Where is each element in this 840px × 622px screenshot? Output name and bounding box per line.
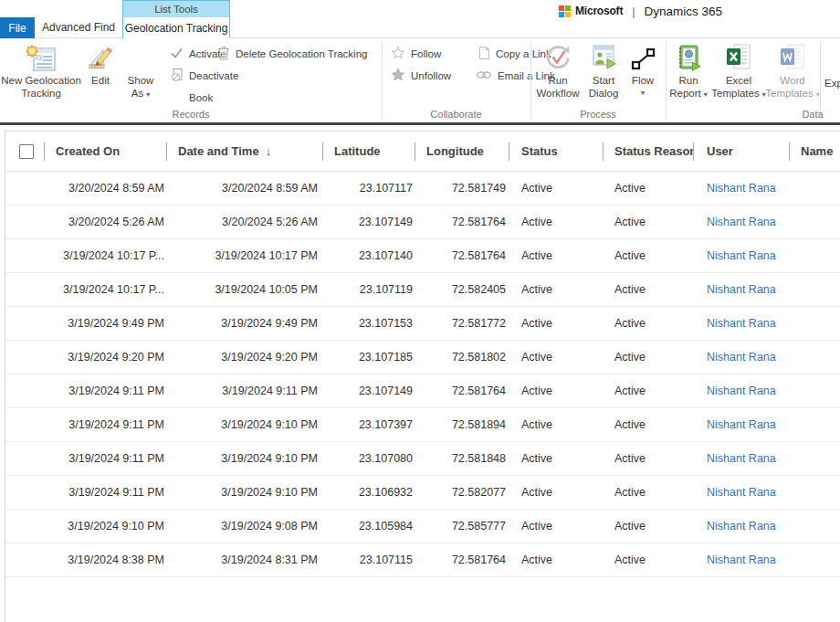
user-link[interactable]: Nishant Rana xyxy=(707,317,776,330)
table-row[interactable]: 3/19/2024 9:10 PM 3/19/2024 9:08 PM 23.1… xyxy=(5,510,840,543)
start-dialog-icon xyxy=(589,40,618,75)
flow-button[interactable]: Flow▾ xyxy=(625,40,661,97)
cell-user: Nishant Rana xyxy=(693,172,789,205)
export-button-truncated[interactable]: Exp xyxy=(824,78,840,89)
cell-created-on: 3/19/2024 9:11 PM xyxy=(44,374,166,407)
cell-latitude: 23.107140 xyxy=(322,239,415,272)
group-label-records: Records xyxy=(0,109,382,120)
cell-longitude: 72.581764 xyxy=(415,239,509,272)
select-all-checkbox[interactable] xyxy=(19,144,34,159)
word-templates-button[interactable]: Word Templates▾ xyxy=(766,40,819,100)
cell-status: Active xyxy=(509,510,603,543)
user-link[interactable]: Nishant Rana xyxy=(707,520,776,532)
cell-name xyxy=(789,172,840,205)
cell-date-and-time: 3/19/2024 9:08 PM xyxy=(166,510,322,543)
column-header-name[interactable]: Name xyxy=(789,132,840,171)
table-row[interactable]: 3/19/2024 9:11 PM 3/19/2024 9:11 PM 23.1… xyxy=(5,374,840,408)
table-row[interactable]: 3/20/2024 5:26 AM 3/20/2024 5:26 AM 23.1… xyxy=(5,206,840,239)
column-header-created-on[interactable]: Created On xyxy=(44,132,166,171)
brand-area: Microsoft | Dynamics 365 xyxy=(559,4,722,18)
table-row[interactable]: 3/19/2024 10:17 P... 3/19/2024 10:17 PM … xyxy=(5,239,840,273)
run-workflow-button[interactable]: Run Workflow xyxy=(532,40,583,100)
excel-templates-button[interactable]: Excel Templates▾ xyxy=(713,40,764,100)
tab-advanced-find[interactable]: Advanced Find xyxy=(35,17,122,37)
cell-longitude: 72.581772 xyxy=(415,307,509,340)
new-geolocation-tracking-button[interactable]: New Geolocation Tracking xyxy=(0,40,82,100)
edit-button[interactable]: Edit xyxy=(82,40,119,88)
cell-date-and-time: 3/20/2024 8:59 AM xyxy=(166,172,322,205)
user-link[interactable]: Nishant Rana xyxy=(707,283,776,296)
excel-templates-label: Excel Templates▾ xyxy=(711,75,765,100)
table-row[interactable]: 3/19/2024 8:38 PM 3/19/2024 8:31 PM 23.1… xyxy=(5,543,840,577)
cell-status: Active xyxy=(509,408,603,441)
cell-latitude: 23.107185 xyxy=(322,341,415,374)
cell-longitude: 72.581802 xyxy=(415,341,509,374)
grid-header-row: Created On Date and Time↓ Latitude Longi… xyxy=(5,132,840,172)
show-as-button[interactable]: Show As▾ xyxy=(119,40,163,100)
tab-file[interactable]: File xyxy=(0,17,35,38)
user-link[interactable]: Nishant Rana xyxy=(707,385,776,397)
cell-latitude: 23.106932 xyxy=(322,476,415,509)
user-link[interactable]: Nishant Rana xyxy=(707,182,776,195)
cell-status-reason: Active xyxy=(603,442,693,475)
table-row[interactable]: 3/19/2024 9:20 PM 3/19/2024 9:20 PM 23.1… xyxy=(5,341,840,374)
cell-longitude: 72.585777 xyxy=(415,510,509,543)
follow-button[interactable]: Follow xyxy=(391,46,441,62)
deactivate-button[interactable]: Deactivate xyxy=(170,68,238,84)
tab-geolocation-tracking[interactable]: Geolocation Tracking xyxy=(122,17,230,38)
cell-user: Nishant Rana xyxy=(693,442,789,475)
cell-longitude: 72.581848 xyxy=(415,442,509,475)
row-checkbox-cell xyxy=(5,307,44,340)
column-divider xyxy=(322,142,323,161)
column-header-date-and-time[interactable]: Date and Time↓ xyxy=(166,132,322,171)
start-dialog-button[interactable]: Start Dialog xyxy=(583,40,624,100)
row-checkbox-cell xyxy=(5,341,44,374)
user-link[interactable]: Nishant Rana xyxy=(707,216,776,228)
delete-geolocation-tracking-button[interactable]: Delete Geolocation Tracking xyxy=(217,46,367,62)
cell-created-on: 3/19/2024 10:17 P... xyxy=(44,239,166,272)
edit-icon xyxy=(86,40,115,75)
table-row[interactable]: 3/19/2024 10:17 P... 3/19/2024 10:05 PM … xyxy=(5,273,840,307)
excel-icon xyxy=(725,40,752,75)
table-row[interactable]: 3/19/2024 9:11 PM 3/19/2024 9:10 PM 23.1… xyxy=(5,442,840,476)
book-button[interactable]: Book xyxy=(189,90,213,106)
run-report-button[interactable]: Run Report▾ xyxy=(664,40,713,100)
dynamics-365-window: File Advanced Find List Tools Geolocatio… xyxy=(0,0,840,622)
group-label-process: Process xyxy=(530,109,666,120)
column-header-latitude[interactable]: Latitude xyxy=(322,132,415,171)
cell-status-reason: Active xyxy=(603,172,693,205)
cell-name xyxy=(789,341,840,374)
cell-user: Nishant Rana xyxy=(693,408,789,441)
user-link[interactable]: Nishant Rana xyxy=(707,418,776,431)
cell-created-on: 3/20/2024 5:26 AM xyxy=(44,206,166,238)
cell-latitude: 23.107117 xyxy=(322,172,415,205)
cell-date-and-time: 3/20/2024 5:26 AM xyxy=(166,206,322,238)
run-workflow-label: Run Workflow xyxy=(532,75,583,100)
cell-user: Nishant Rana xyxy=(693,374,789,407)
table-row[interactable]: 3/19/2024 9:11 PM 3/19/2024 9:10 PM 23.1… xyxy=(5,476,840,510)
unfollow-button[interactable]: Unfollow xyxy=(391,68,451,84)
cell-status: Active xyxy=(509,374,603,407)
cell-latitude: 23.107080 xyxy=(322,442,415,475)
column-header-status[interactable]: Status xyxy=(509,132,603,171)
deactivate-label: Deactivate xyxy=(189,70,238,81)
table-row[interactable]: 3/19/2024 9:49 PM 3/19/2024 9:49 PM 23.1… xyxy=(5,307,840,341)
user-link[interactable]: Nishant Rana xyxy=(707,452,776,465)
dropdown-arrow-icon: ▾ xyxy=(146,90,150,99)
cell-date-and-time: 3/19/2024 8:31 PM xyxy=(166,543,322,576)
row-checkbox-cell xyxy=(5,273,44,306)
user-link[interactable]: Nishant Rana xyxy=(707,351,776,364)
user-link[interactable]: Nishant Rana xyxy=(707,486,776,499)
table-row[interactable]: 3/19/2024 9:11 PM 3/19/2024 9:10 PM 23.1… xyxy=(5,408,840,442)
cell-status: Active xyxy=(509,543,603,576)
column-header-status-reason[interactable]: Status Reason xyxy=(603,132,693,171)
column-header-user[interactable]: User xyxy=(693,132,789,171)
cell-status-reason: Active xyxy=(603,239,693,272)
cell-date-and-time: 3/19/2024 9:49 PM xyxy=(166,307,322,340)
user-link[interactable]: Nishant Rana xyxy=(707,249,776,262)
column-header-longitude[interactable]: Longitude xyxy=(415,132,509,171)
user-link[interactable]: Nishant Rana xyxy=(707,553,776,566)
word-icon xyxy=(779,40,806,75)
table-row[interactable]: 3/20/2024 8:59 AM 3/20/2024 8:59 AM 23.1… xyxy=(5,172,840,206)
cell-status: Active xyxy=(509,206,603,238)
